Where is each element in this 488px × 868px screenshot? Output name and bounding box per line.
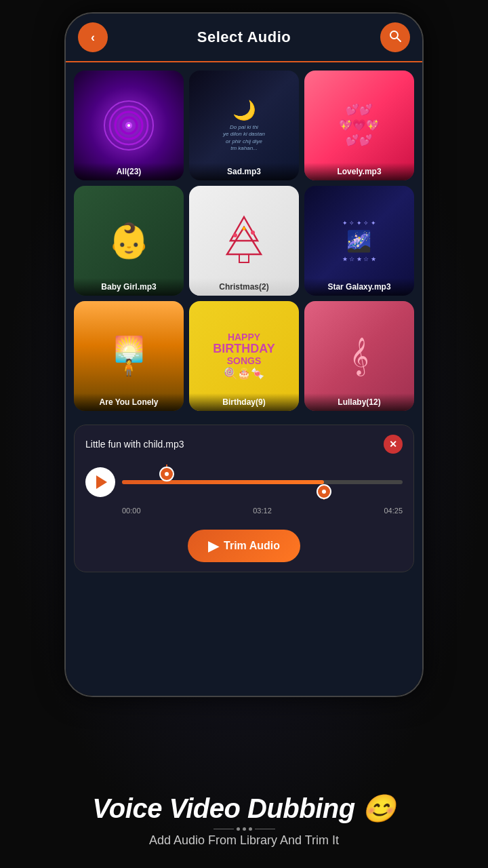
spiral-icon — [102, 98, 156, 153]
baby-image: 👶 — [108, 221, 150, 260]
card-babygirl[interactable]: 👶 Baby Girl.mp3 — [74, 186, 184, 296]
search-icon — [388, 29, 402, 46]
back-icon: ‹ — [91, 31, 95, 45]
time-start: 00:00 — [122, 507, 141, 515]
galaxy-scene: ✦ ✧ ✦ ✧ ✦ 🌌 ★ ☆ ★ ☆ ★ — [342, 220, 376, 262]
app-title: Voice Video Dubbing 😊 — [0, 793, 488, 825]
time-labels: 00:00 03:12 04:25 — [85, 507, 403, 515]
card-christmas[interactable]: Christmas(2) — [189, 186, 299, 296]
card-stargalaxy-label: Star Galaxy.mp3 — [304, 278, 414, 296]
birthday-text: HAPPY BIRTHDAY SONGS 🍭🎂🍬 — [213, 332, 274, 380]
trim-title: Little fun with child.mp3 — [85, 439, 184, 450]
trim-audio-button[interactable]: ▶ Trim Audio — [188, 530, 300, 562]
card-christmas-label: Christmas(2) — [189, 278, 299, 296]
card-birthday-label: Birthday(9) — [189, 393, 299, 411]
decorative-dots — [0, 827, 488, 831]
card-babygirl-label: Baby Girl.mp3 — [74, 278, 184, 296]
close-icon: ✕ — [389, 439, 397, 450]
start-thumb[interactable] — [159, 467, 174, 481]
play-icon — [96, 475, 107, 489]
card-sad[interactable]: 🌙 Do pal ki thiye dilon ki dastanor phir… — [189, 71, 299, 180]
svg-rect-10 — [239, 254, 249, 262]
lovely-hearts: 💕💕💖💗💖💕💕 — [339, 102, 380, 148]
card-lovely-label: Lovely.mp3 — [304, 163, 414, 180]
card-sad-label: Sad.mp3 — [189, 163, 299, 180]
trim-header: Little fun with child.mp3 ✕ — [85, 435, 403, 454]
app-subtitle: Add Audio From Library And Trim It — [0, 833, 488, 848]
time-mid: 03:12 — [253, 507, 272, 515]
search-button[interactable] — [380, 22, 410, 52]
play-button[interactable] — [85, 467, 115, 497]
lullaby-note: 𝄞 — [350, 337, 369, 376]
close-trim-button[interactable]: ✕ — [384, 435, 403, 454]
back-button[interactable]: ‹ — [78, 22, 108, 52]
card-lullaby-label: Lullaby(12) — [304, 393, 414, 411]
card-lonely-label: Are You Lonely — [74, 393, 184, 411]
card-birthday[interactable]: HAPPY BIRTHDAY SONGS 🍭🎂🍬 Birthday(9) — [189, 301, 299, 411]
phone-screen: ‹ Select Audio — [66, 14, 422, 696]
trim-icon: ▶ — [208, 538, 218, 554]
svg-point-12 — [251, 231, 255, 235]
trim-panel: Little fun with child.mp3 ✕ — [74, 425, 414, 572]
header: ‹ Select Audio — [66, 14, 422, 62]
page-title: Select Audio — [197, 28, 291, 46]
time-end: 04:25 — [384, 507, 403, 515]
card-lullaby[interactable]: 𝄞 Lullaby(12) — [304, 301, 414, 411]
audio-slider[interactable] — [122, 462, 403, 502]
card-areyoulonely[interactable]: 🌅 🧍 Are You Lonely — [74, 301, 184, 411]
end-thumb[interactable] — [317, 484, 331, 499]
audio-grid: All(23) 🌙 Do pal ki thiye dilon ki dasta… — [66, 62, 422, 419]
svg-point-13 — [243, 227, 246, 231]
svg-point-11 — [233, 233, 237, 237]
card-all-label: All(23) — [74, 163, 184, 180]
slider-fill — [122, 480, 324, 484]
trim-label: Trim Audio — [224, 540, 280, 552]
card-all[interactable]: All(23) — [74, 71, 184, 180]
phone-frame: ‹ Select Audio — [64, 12, 424, 697]
svg-point-7 — [127, 124, 130, 127]
christmas-tree-icon — [220, 214, 268, 268]
card-stargalaxy[interactable]: ✦ ✧ ✦ ✧ ✦ 🌌 ★ ☆ ★ ☆ ★ Star Galaxy.mp3 — [304, 186, 414, 296]
lonely-scene: 🌅 🧍 — [114, 335, 144, 377]
trim-controls — [85, 462, 403, 502]
svg-line-1 — [397, 38, 401, 41]
bottom-section: Voice Video Dubbing 😊 Add Audio From Lib… — [0, 793, 488, 848]
card-lovely[interactable]: 💕💕💖💗💖💕💕 Lovely.mp3 — [304, 71, 414, 180]
